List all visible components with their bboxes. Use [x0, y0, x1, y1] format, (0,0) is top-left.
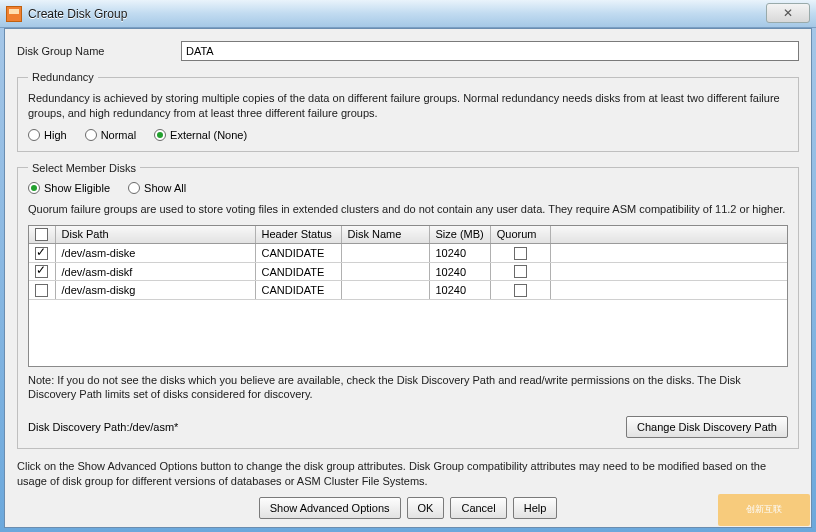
redundancy-desc: Redundancy is achieved by storing multip…	[28, 91, 788, 121]
redundancy-fieldset: Redundancy Redundancy is achieved by sto…	[17, 71, 799, 152]
table-row[interactable]: /dev/asm-diskgCANDIDATE10240	[29, 281, 787, 300]
show-eligible-label: Show Eligible	[44, 182, 110, 194]
radio-icon	[28, 129, 40, 141]
redundancy-normal[interactable]: Normal	[85, 129, 136, 141]
redundancy-legend: Redundancy	[28, 71, 98, 83]
discovery-row: Disk Discovery Path:/dev/asm* Change Dis…	[28, 416, 788, 438]
show-eligible[interactable]: Show Eligible	[28, 182, 110, 194]
quorum-checkbox[interactable]	[514, 265, 527, 278]
footer-desc: Click on the Show Advanced Options butto…	[17, 459, 799, 489]
redundancy-high[interactable]: High	[28, 129, 67, 141]
dialog-body: Disk Group Name Redundancy Redundancy is…	[4, 28, 812, 528]
app-icon	[6, 6, 22, 22]
header-quorum[interactable]: Quorum	[490, 226, 550, 244]
redundancy-normal-label: Normal	[101, 129, 136, 141]
header-size[interactable]: Size (MB)	[429, 226, 490, 244]
row-checkbox[interactable]	[35, 247, 48, 260]
table-row[interactable]: /dev/asm-diskeCANDIDATE10240	[29, 244, 787, 263]
redundancy-options: High Normal External (None)	[28, 129, 788, 141]
header-header-status[interactable]: Header Status	[255, 226, 341, 244]
disk-group-name-row: Disk Group Name	[17, 41, 799, 61]
cell-size: 10240	[429, 281, 490, 300]
checkbox-icon	[35, 228, 48, 241]
quorum-desc: Quorum failure groups are used to store …	[28, 202, 788, 217]
quorum-checkbox[interactable]	[514, 284, 527, 297]
close-button[interactable]: ✕	[766, 3, 810, 23]
row-checkbox[interactable]	[35, 284, 48, 297]
disk-group-name-input[interactable]	[181, 41, 799, 61]
cell-disk-name	[341, 244, 429, 263]
radio-icon	[154, 129, 166, 141]
help-button[interactable]: Help	[513, 497, 558, 519]
watermark: 创新互联	[718, 494, 810, 526]
cell-disk-name	[341, 262, 429, 281]
titlebar: Create Disk Group ✕	[0, 0, 816, 28]
show-all[interactable]: Show All	[128, 182, 186, 194]
cell-header-status: CANDIDATE	[255, 244, 341, 263]
select-member-disks-legend: Select Member Disks	[28, 162, 140, 174]
redundancy-high-label: High	[44, 129, 67, 141]
disks-table: Disk Path Header Status Disk Name Size (…	[28, 225, 788, 367]
discovery-note: Note: If you do not see the disks which …	[28, 373, 788, 403]
select-all-header[interactable]	[29, 226, 55, 244]
row-checkbox[interactable]	[35, 265, 48, 278]
header-disk-path[interactable]: Disk Path	[55, 226, 255, 244]
show-advanced-options-button[interactable]: Show Advanced Options	[259, 497, 401, 519]
radio-icon	[85, 129, 97, 141]
discovery-path-label: Disk Discovery Path:/dev/asm*	[28, 421, 178, 433]
redundancy-external-label: External (None)	[170, 129, 247, 141]
cell-disk-name	[341, 281, 429, 300]
table-row[interactable]: /dev/asm-diskfCANDIDATE10240	[29, 262, 787, 281]
cell-disk-path: /dev/asm-diskg	[55, 281, 255, 300]
header-spacer	[550, 226, 787, 244]
cell-header-status: CANDIDATE	[255, 281, 341, 300]
header-disk-name[interactable]: Disk Name	[341, 226, 429, 244]
ok-button[interactable]: OK	[407, 497, 445, 519]
close-icon: ✕	[783, 6, 793, 20]
quorum-checkbox[interactable]	[514, 247, 527, 260]
show-all-label: Show All	[144, 182, 186, 194]
redundancy-external[interactable]: External (None)	[154, 129, 247, 141]
show-filter-row: Show Eligible Show All	[28, 182, 788, 194]
cell-header-status: CANDIDATE	[255, 262, 341, 281]
table-header-row: Disk Path Header Status Disk Name Size (…	[29, 226, 787, 244]
cell-disk-path: /dev/asm-diske	[55, 244, 255, 263]
footer-buttons: Show Advanced Options OK Cancel Help	[17, 497, 799, 519]
select-member-disks-fieldset: Select Member Disks Show Eligible Show A…	[17, 162, 799, 450]
radio-icon	[28, 182, 40, 194]
cell-disk-path: /dev/asm-diskf	[55, 262, 255, 281]
cell-size: 10240	[429, 262, 490, 281]
change-discovery-path-button[interactable]: Change Disk Discovery Path	[626, 416, 788, 438]
cell-size: 10240	[429, 244, 490, 263]
watermark-text: 创新互联	[746, 505, 782, 515]
cancel-button[interactable]: Cancel	[450, 497, 506, 519]
window-title: Create Disk Group	[28, 7, 127, 21]
radio-icon	[128, 182, 140, 194]
disk-group-name-label: Disk Group Name	[17, 45, 181, 57]
